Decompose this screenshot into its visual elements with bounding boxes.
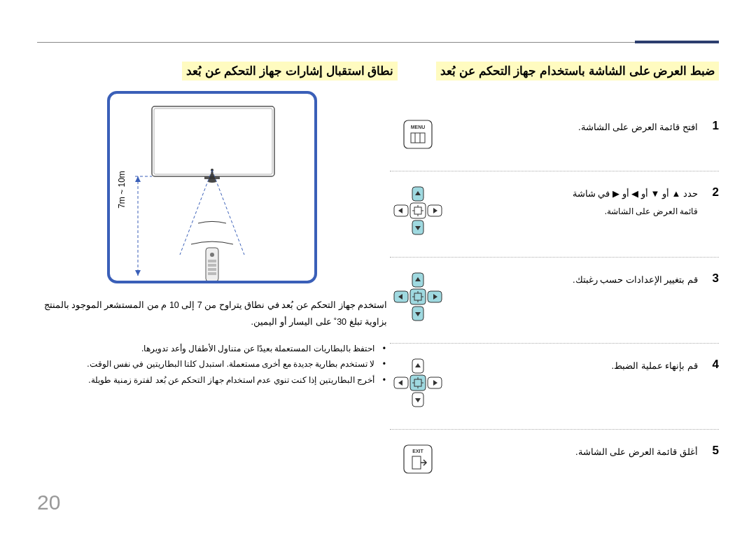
svg-text:EXIT: EXIT bbox=[412, 449, 424, 454]
page-number: 20 bbox=[37, 491, 60, 514]
svg-rect-37 bbox=[208, 264, 216, 267]
dpad-updown-icon bbox=[390, 185, 446, 236]
right-column: ضبط العرض على الشاشة باستخدام جهاز التحك… bbox=[390, 62, 719, 510]
step-number: 1 bbox=[698, 119, 719, 133]
svg-rect-26 bbox=[152, 106, 274, 176]
step-text-main: قم بتغيير الإعدادات حسب رغبتك. bbox=[573, 274, 698, 285]
step-row: 5 أغلق قائمة العرض على الشاشة. EXIT bbox=[390, 444, 719, 496]
step-row: 2 حدد ▲ أو ▼ أو ◀ أو ▶ في شاشة قائمة الع… bbox=[390, 185, 719, 258]
step-number: 3 bbox=[698, 272, 719, 286]
bullets-list: احتفظ بالبطاريات المستعملة بعيدًا عن متن… bbox=[37, 341, 387, 388]
range-diagram: 7m ~ 10m bbox=[107, 91, 317, 283]
step-text-main: افتح قائمة العرض على الشاشة. bbox=[578, 122, 698, 132]
svg-line-30 bbox=[180, 170, 212, 255]
svg-line-31 bbox=[212, 170, 244, 255]
step-number: 4 bbox=[698, 358, 719, 372]
step-row: 3 قم بتغيير الإعدادات حسب رغبتك. bbox=[390, 272, 719, 344]
left-paragraph: استخدم جهاز التحكم عن بُعد في نطاق يتراو… bbox=[37, 297, 387, 331]
step-text-main: حدد ▲ أو ▼ أو ◀ أو ▶ في شاشة bbox=[573, 188, 698, 199]
step-text-main: أغلق قائمة العرض على الشاشة. bbox=[575, 447, 698, 457]
right-section-title: ضبط العرض على الشاشة باستخدام جهاز التحك… bbox=[436, 62, 719, 80]
step-text: افتح قائمة العرض على الشاشة. bbox=[446, 119, 698, 135]
bullet-item: لا تستخدم بطارية جديدة مع أخرى مستعملة. … bbox=[37, 356, 387, 372]
step-text: قم بتغيير الإعدادات حسب رغبتك. bbox=[446, 272, 698, 288]
diagram-svg bbox=[110, 94, 314, 281]
step-number: 5 bbox=[698, 444, 719, 458]
svg-text:MENU: MENU bbox=[411, 125, 426, 129]
dpad-center-icon bbox=[390, 358, 446, 408]
svg-rect-38 bbox=[208, 268, 216, 271]
step-row: 4 قم بإنهاء عملية الضبط. bbox=[390, 358, 719, 430]
step-number: 2 bbox=[698, 185, 719, 199]
step-text-main: قم بإنهاء عملية الضبط. bbox=[612, 360, 698, 371]
exit-button-icon: EXIT bbox=[390, 444, 446, 475]
bullet-item: أخرج البطاريتين إذا كنت تنوي عدم استخدام… bbox=[37, 372, 387, 388]
step-row: 1 افتح قائمة العرض على الشاشة. MENU bbox=[390, 119, 719, 171]
bullet-item: احتفظ بالبطاريات المستعملة بعيدًا عن متن… bbox=[37, 341, 387, 357]
steps-list: 1 افتح قائمة العرض على الشاشة. MENU 2 حد… bbox=[390, 119, 719, 496]
step-text: حدد ▲ أو ▼ أو ◀ أو ▶ في شاشة قائمة العرض… bbox=[446, 185, 698, 220]
menu-button-icon: MENU bbox=[390, 119, 446, 150]
step-text: قم بإنهاء عملية الضبط. bbox=[446, 358, 698, 374]
step-text-sub: قائمة العرض على الشاشة. bbox=[446, 204, 698, 220]
svg-point-35 bbox=[210, 253, 214, 257]
header-accent bbox=[635, 41, 719, 43]
distance-label: 7m ~ 10m bbox=[117, 171, 127, 209]
left-section-title: نطاق استقبال إشارات جهاز التحكم عن بُعد bbox=[182, 62, 398, 80]
header-divider bbox=[37, 42, 719, 43]
svg-rect-36 bbox=[208, 260, 216, 262]
svg-rect-39 bbox=[208, 272, 216, 275]
step-text: أغلق قائمة العرض على الشاشة. bbox=[446, 444, 698, 460]
dpad-all-icon bbox=[390, 272, 446, 322]
left-column: 7m ~ 10m استخدم جهاز التحكم عن بُعد في ن… bbox=[37, 91, 387, 388]
